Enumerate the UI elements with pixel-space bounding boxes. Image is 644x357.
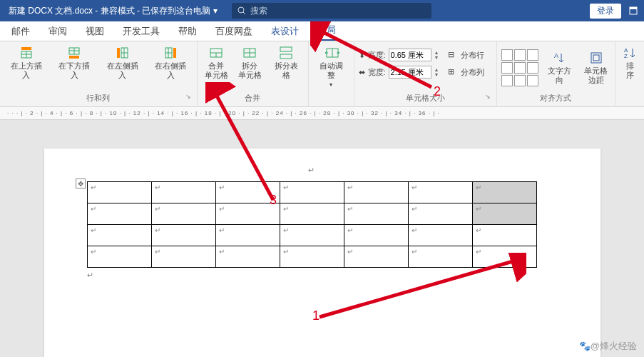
- autofit-button[interactable]: 自动调整 ▾: [313, 44, 349, 90]
- row-height-input[interactable]: [389, 49, 431, 61]
- table-cell[interactable]: ↵: [280, 203, 344, 225]
- distribute-rows-icon: ⊟: [448, 50, 458, 60]
- cell-margins-button[interactable]: 单元格 边距: [581, 49, 610, 86]
- annotation-number-1: 1: [312, 308, 320, 323]
- insert-above-button[interactable]: 在上方插入: [4, 44, 48, 81]
- document-page[interactable]: ↵ ✥ ↵↵↵↵↵↵↵ ↵↵↵↵↵↵↵ ↵↵↵↵↵↵↵ ↵↵↵↵↵↵↵ ↵: [44, 149, 600, 357]
- distribute-cols-button[interactable]: ⊞分布列: [446, 66, 486, 79]
- table-cell[interactable]: ↵: [87, 203, 151, 225]
- row-height-spinner[interactable]: ⬍ 高度: ▲▼: [359, 49, 439, 61]
- horizontal-ruler[interactable]: · · · | · 2 · | · 4 · | · 6 · | · 8 · | …: [0, 107, 644, 120]
- table-cell[interactable]: ↵: [280, 225, 344, 246]
- align-br[interactable]: [527, 75, 538, 86]
- table-cell[interactable]: ↵: [87, 225, 151, 246]
- table-cell[interactable]: ↵: [87, 182, 151, 203]
- sort-button[interactable]: AZ 排 序: [620, 44, 640, 81]
- rows-cols-launcher[interactable]: ↘: [185, 93, 191, 100]
- group-alignment: A 文字方向 单元格 边距 对齐方式: [497, 41, 615, 106]
- table-cell[interactable]: ↵: [344, 225, 408, 246]
- table-cell[interactable]: ↵: [408, 203, 472, 225]
- align-tc[interactable]: [514, 49, 526, 61]
- align-ml[interactable]: [501, 62, 513, 74]
- split-cells-icon: [242, 46, 257, 60]
- table-cell[interactable]: ↵: [344, 182, 408, 203]
- insert-below-icon: [67, 46, 81, 60]
- text-direction-button[interactable]: A 文字方向: [543, 49, 577, 86]
- autofit-icon: [324, 46, 338, 60]
- search-icon: [237, 6, 246, 15]
- tab-table-design[interactable]: 表设计: [267, 22, 303, 41]
- distribute-cols-icon: ⊞: [448, 67, 458, 77]
- table-cell[interactable]: ↵: [472, 225, 536, 246]
- split-table-icon: [279, 46, 293, 60]
- tab-review[interactable]: 审阅: [44, 22, 71, 41]
- document-title[interactable]: 新建 DOCX 文档.docx - 兼容模式 - 已保存到这台电脑 ▾: [0, 5, 218, 17]
- split-table-button[interactable]: 拆分表格: [269, 44, 304, 81]
- height-icon: ⬍: [359, 51, 365, 60]
- svg-text:A: A: [554, 52, 558, 59]
- svg-rect-27: [280, 54, 292, 59]
- table-cell[interactable]: ↵: [215, 225, 280, 246]
- tab-developer[interactable]: 开发工具: [118, 22, 164, 41]
- titlebar: 新建 DOCX 文档.docx - 兼容模式 - 已保存到这台电脑 ▾ 搜索 登…: [0, 0, 644, 21]
- align-tl[interactable]: [501, 49, 513, 61]
- insert-left-icon: [116, 46, 130, 60]
- table-cell[interactable]: ↵: [408, 246, 472, 268]
- col-width-input[interactable]: [389, 66, 431, 79]
- table-cell[interactable]: ↵: [344, 246, 408, 268]
- split-cells-button[interactable]: 拆分 单元格: [235, 44, 265, 81]
- align-bc[interactable]: [514, 75, 526, 86]
- insert-right-icon: [163, 46, 178, 60]
- ribbon: 在上方插入 在下方插入 在左侧插入 在右侧插入 行和列↘ 合并 单元格: [0, 41, 644, 107]
- tab-baidu[interactable]: 百度网盘: [211, 22, 257, 41]
- table-cell[interactable]: ↵: [151, 246, 215, 268]
- login-button[interactable]: 登录: [590, 4, 621, 19]
- paragraph-mark: ↵: [308, 166, 315, 174]
- table-cell-selected[interactable]: ↵: [472, 182, 536, 203]
- svg-rect-7: [21, 47, 31, 50]
- table-cell[interactable]: ↵: [151, 203, 215, 225]
- tab-layout[interactable]: 布局: [313, 21, 340, 41]
- table-cell[interactable]: ↵: [151, 182, 215, 203]
- width-icon: ⬌: [359, 68, 365, 77]
- table-cell-selected[interactable]: ↵: [472, 203, 536, 225]
- cell-size-launcher[interactable]: ↘: [485, 93, 491, 100]
- table-cell[interactable]: ↵: [472, 246, 536, 268]
- insert-below-button[interactable]: 在下方插入: [52, 44, 96, 81]
- search-box[interactable]: 搜索: [232, 3, 431, 19]
- search-placeholder: 搜索: [250, 5, 267, 17]
- table-cell[interactable]: ↵: [280, 246, 344, 268]
- group-rows-cols: 在上方插入 在下方插入 在左侧插入 在右侧插入 行和列↘: [0, 41, 198, 106]
- merge-cells-icon: [209, 46, 223, 60]
- table-cell[interactable]: ↵: [408, 182, 472, 203]
- align-mc[interactable]: [514, 62, 526, 74]
- align-mr[interactable]: [527, 62, 538, 74]
- table-cell[interactable]: ↵: [87, 246, 151, 268]
- annotation-number-3: 3: [270, 193, 277, 208]
- group-merge: 合并 单元格 拆分 单元格 拆分表格 合并: [198, 41, 309, 106]
- table-cell[interactable]: ↵: [215, 246, 280, 268]
- document-workspace: ↵ ✥ ↵↵↵↵↵↵↵ ↵↵↵↵↵↵↵ ↵↵↵↵↵↵↵ ↵↵↵↵↵↵↵ ↵: [0, 120, 644, 357]
- table-cell[interactable]: ↵: [344, 203, 408, 225]
- tab-view[interactable]: 视图: [81, 22, 108, 41]
- table-cell[interactable]: ↵: [151, 225, 215, 246]
- svg-rect-32: [593, 55, 599, 61]
- col-width-spinner[interactable]: ⬌ 宽度: ▲▼: [359, 66, 439, 79]
- insert-left-button[interactable]: 在左侧插入: [101, 44, 144, 81]
- tab-mail[interactable]: 邮件: [7, 22, 34, 41]
- insert-right-button[interactable]: 在右侧插入: [148, 44, 192, 81]
- group-autofit: 自动调整 ▾: [309, 41, 354, 106]
- ribbon-options-icon[interactable]: [628, 6, 638, 16]
- table-cell[interactable]: ↵: [280, 182, 344, 203]
- merge-cells-button[interactable]: 合并 单元格: [202, 44, 231, 81]
- align-bl[interactable]: [501, 75, 513, 86]
- table-move-handle[interactable]: ✥: [76, 178, 86, 188]
- document-table[interactable]: ↵↵↵↵↵↵↵ ↵↵↵↵↵↵↵ ↵↵↵↵↵↵↵ ↵↵↵↵↵↵↵: [87, 181, 537, 268]
- distribute-rows-button[interactable]: ⊟分布行: [446, 49, 486, 61]
- tab-help[interactable]: 帮助: [174, 22, 201, 41]
- cell-margins-icon: [589, 51, 603, 65]
- table-cell[interactable]: ↵: [408, 225, 472, 246]
- ribbon-tabs: 邮件 审阅 视图 开发工具 帮助 百度网盘 表设计 布局: [0, 21, 644, 41]
- align-tr[interactable]: [527, 49, 538, 61]
- svg-line-1: [243, 12, 245, 14]
